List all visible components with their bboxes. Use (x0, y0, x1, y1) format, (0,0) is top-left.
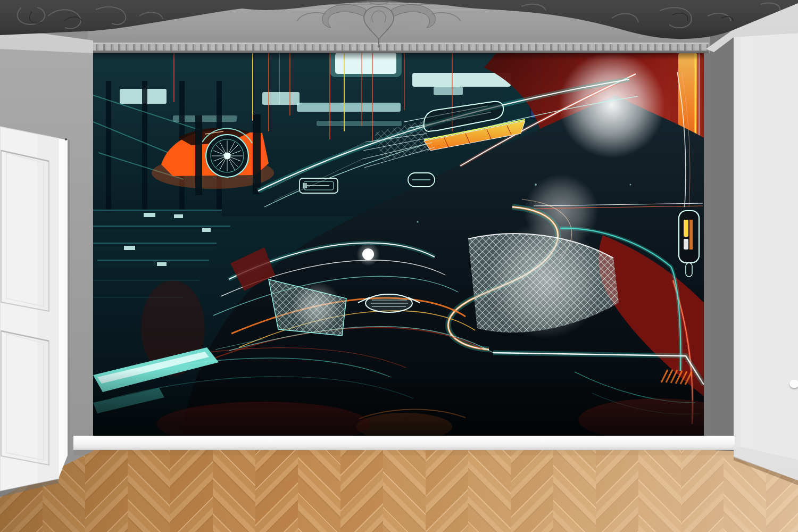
door-frame-seam (68, 140, 70, 455)
left-door (0, 0, 80, 532)
headlight-dot (356, 243, 380, 266)
mural-artwork (93, 52, 704, 437)
ceiling-cartouche (297, 0, 461, 48)
wall-mural (93, 52, 704, 437)
right-door-handle (789, 380, 798, 388)
ornate-ceiling (0, 0, 798, 69)
front-baseboard (73, 436, 735, 450)
room-scene (0, 0, 798, 532)
hinge-pin (65, 138, 67, 140)
hood-badge (300, 178, 338, 193)
door-jamb (59, 138, 68, 478)
door-leaf-shading (37, 135, 59, 483)
pill-emblem (408, 173, 435, 187)
